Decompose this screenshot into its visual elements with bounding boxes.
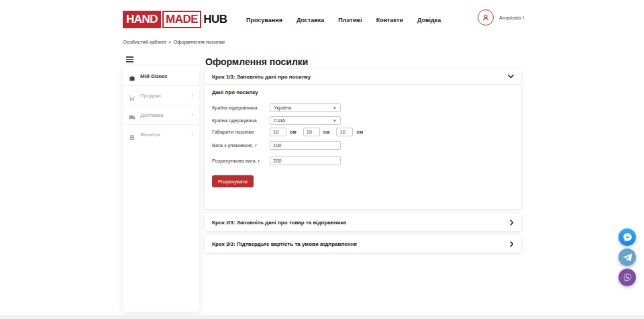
page: HAND MADE HUB Просування Доставка Платеж… [0,0,644,319]
unit-cm-label: см [356,129,363,135]
coins-icon [129,132,136,138]
messenger-button[interactable] [619,228,636,246]
sidebar-item-label: Продажі [140,93,191,99]
unit-cm-label: см [290,129,297,135]
dimension-width-input[interactable] [303,128,320,136]
step-2-label: Крок 2/3: Заповніть дані про товар та ві… [212,220,510,226]
sidebar-item-label: Фінанси [140,132,191,138]
briefcase-icon [129,73,136,79]
chevron-down-icon [508,75,514,79]
form-row-dimensions: Габарити посилки см см см [212,128,514,136]
messenger-icon [623,232,633,242]
sidebar-item-delivery[interactable]: Доставка › [123,105,199,125]
form-section-title: Дані про посилку [212,89,258,95]
avatar [478,9,494,26]
nav-delivery[interactable]: Доставка [297,17,324,24]
weight-estimated-input[interactable] [270,156,341,165]
logo-hand: HAND [123,11,161,28]
nav-promotion[interactable]: Просування [246,17,282,24]
footer-strip [0,315,644,319]
weight-estimated-label: Розрахункова вага, г [212,158,270,164]
breadcrumb-parent[interactable]: Особистий кабінет [123,39,166,45]
nav-contacts[interactable]: Контакти [376,17,403,24]
nav-payments[interactable]: Платежі [338,17,362,24]
sender-country-label: Країна відправника [212,105,270,111]
breadcrumb-current: Оформлення посилки [173,39,225,45]
recipient-country-select[interactable]: США ▼ [270,116,341,125]
page-title: Оформлення посилки [205,56,308,67]
chevron-right-icon [510,241,514,247]
step-3-label: Крок 3/3: Підтвердьте вартість та умови … [212,241,510,247]
logo-made: MADE [162,11,201,28]
person-icon [481,13,490,22]
telegram-button[interactable] [619,248,636,266]
sidebar: Мій бізнес Продажі › Доставка › Фінанси … [123,66,199,312]
select-caret-icon: ▼ [333,106,337,110]
sidebar-item-my-business[interactable]: Мій бізнес [123,66,199,86]
nav-help[interactable]: Довідка [417,17,441,24]
sidebar-item-finances[interactable]: Фінанси › [123,125,199,144]
brand-logo[interactable]: HAND MADE HUB [123,11,227,28]
select-caret-icon: ▼ [333,119,337,123]
step-1-panel: Дані про посилку Країна відправника Укра… [205,85,521,209]
dimension-height-input[interactable] [336,128,353,136]
unit-cm-label: см [323,129,330,135]
user-account[interactable]: Anastasia I [478,9,524,26]
calculate-button[interactable]: Розрахувати [212,175,254,187]
form-row-sender-country: Країна відправника Україна ▼ [212,103,514,112]
breadcrumb-separator: > [168,39,171,45]
recipient-country-value: США [274,118,333,124]
form-row-weight-packed: Вага з упаковкою, г [212,141,514,150]
weight-packed-input[interactable] [270,141,341,150]
accordion-step-2-header[interactable]: Крок 2/3: Заповніть дані про товар та ві… [205,214,521,231]
recipient-country-label: Країна одержувача [212,118,270,124]
sidebar-item-label: Мій бізнес [140,73,193,79]
dimension-length-input[interactable] [270,128,286,136]
menu-toggle-icon[interactable] [126,56,133,62]
chevron-right-icon: › [191,93,193,99]
truck-icon [129,111,136,118]
form-row-weight-estimated: Розрахункова вага, г [212,156,514,165]
top-navigation: Просування Доставка Платежі Контакти Дов… [246,17,441,24]
dimensions-label: Габарити посилки [212,129,270,135]
sender-country-value: Україна [274,105,333,111]
telegram-icon [623,253,633,263]
accordion-step-1-header[interactable]: Крок 1/3: Заповніть дані про посилку [205,69,521,84]
accordion-step-3-header[interactable]: Крок 3/3: Підтвердьте вартість та умови … [205,235,521,253]
step-1-label: Крок 1/3: Заповніть дані про посилку [212,74,508,80]
viber-icon [623,273,633,283]
form-row-recipient-country: Країна одержувача США ▼ [212,116,514,125]
sidebar-item-sales[interactable]: Продажі › [123,86,199,105]
chevron-right-icon [510,220,514,226]
cart-icon [129,92,136,99]
viber-button[interactable] [619,269,636,286]
logo-hub: HUB [201,13,227,26]
chevron-right-icon: › [191,132,193,138]
sidebar-item-label: Доставка [140,112,191,118]
breadcrumb: Особистий кабінет>Оформлення посилки [123,39,225,45]
chevron-right-icon: › [191,112,193,118]
weight-packed-label: Вага з упаковкою, г [212,142,270,148]
sender-country-select[interactable]: Україна ▼ [270,103,341,112]
user-name: Anastasia I [499,15,524,21]
